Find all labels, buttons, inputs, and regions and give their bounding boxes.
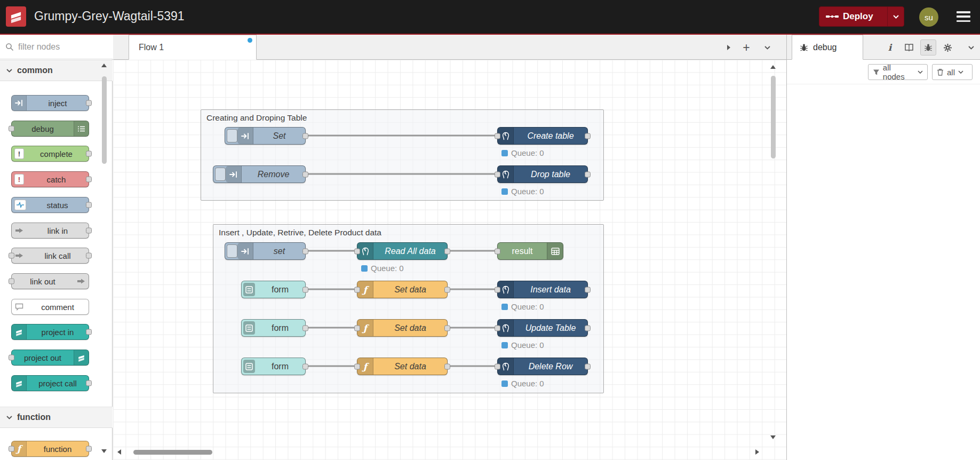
palette-scrollbar-thumb[interactable] — [102, 76, 107, 164]
canvas-scroll-down-icon[interactable] — [769, 433, 777, 441]
output-port[interactable] — [585, 325, 591, 331]
output-port[interactable] — [86, 253, 92, 259]
input-port[interactable] — [9, 446, 14, 452]
palette-category-function[interactable]: function — [0, 407, 113, 428]
output-port[interactable] — [444, 248, 450, 254]
node-inject-set-lower[interactable]: set — [225, 242, 306, 260]
node-postgres-update-table[interactable]: Update Table — [497, 319, 588, 337]
node-postgres-insert-data[interactable]: Insert data — [497, 281, 588, 298]
output-port[interactable] — [585, 287, 591, 292]
palette-node-catch[interactable]: ! catch — [11, 171, 89, 187]
inject-trigger-button[interactable] — [227, 244, 237, 258]
output-port[interactable] — [302, 325, 308, 331]
palette-node-status[interactable]: status — [11, 197, 89, 213]
input-port[interactable] — [9, 253, 14, 259]
node-postgres-create-table[interactable]: Create table — [497, 127, 588, 145]
output-port[interactable] — [86, 329, 92, 335]
palette-node-function[interactable]: ƒ function — [11, 441, 89, 457]
output-port[interactable] — [302, 363, 308, 369]
input-port[interactable] — [9, 279, 14, 284]
node-function-set-data-2[interactable]: ƒ Set data — [357, 319, 448, 337]
input-port[interactable] — [354, 248, 360, 254]
output-port[interactable] — [585, 133, 591, 139]
node-postgres-read-all-data[interactable]: Read All data — [357, 242, 448, 260]
node-postgres-drop-table[interactable]: Drop table — [497, 165, 588, 183]
flow-canvas[interactable]: Creating and Droping Table Insert , Upda… — [113, 60, 786, 460]
input-port[interactable] — [495, 325, 500, 331]
flow-list-button[interactable] — [721, 40, 736, 55]
node-function-set-data-3[interactable]: ƒ Set data — [357, 358, 448, 375]
debug-tab-button[interactable] — [920, 39, 936, 55]
output-port[interactable] — [585, 363, 591, 369]
add-flow-button[interactable]: + — [739, 40, 754, 55]
debug-clear-button[interactable]: all — [932, 64, 973, 80]
output-port[interactable] — [444, 287, 450, 292]
inject-trigger-button[interactable] — [215, 168, 226, 181]
node-form-insert[interactable]: form — [241, 281, 306, 298]
palette-node-link-in[interactable]: link in — [11, 223, 89, 239]
config-tab-button[interactable] — [939, 39, 955, 55]
output-port[interactable] — [302, 171, 308, 177]
tab-debug[interactable]: debug — [792, 35, 863, 60]
user-avatar[interactable]: su — [919, 7, 938, 27]
palette-node-link-call[interactable]: link call — [11, 248, 89, 264]
sidebar-menu-button[interactable] — [963, 39, 979, 55]
palette-scroll-down-icon[interactable] — [100, 447, 108, 455]
input-port[interactable] — [495, 133, 500, 139]
node-form-update[interactable]: form — [241, 319, 306, 337]
input-port[interactable] — [495, 363, 500, 369]
node-form-delete[interactable]: form — [241, 358, 306, 375]
canvas-scroll-left-icon[interactable] — [115, 448, 123, 456]
input-port[interactable] — [495, 248, 500, 254]
input-port[interactable] — [9, 355, 14, 361]
deploy-options-caret-icon[interactable] — [888, 15, 904, 19]
help-tab-button[interactable] — [901, 39, 917, 55]
output-port[interactable] — [444, 325, 450, 331]
info-tab-button[interactable]: i — [882, 39, 898, 55]
palette-category-common[interactable]: common — [0, 60, 113, 81]
output-port[interactable] — [86, 228, 92, 234]
canvas-scroll-right-icon[interactable] — [753, 448, 761, 456]
palette-node-link-out[interactable]: link out — [11, 273, 89, 289]
output-port[interactable] — [444, 363, 450, 369]
palette-node-inject[interactable]: inject — [11, 95, 89, 111]
output-port[interactable] — [86, 177, 92, 183]
output-port[interactable] — [86, 202, 92, 208]
palette-node-comment[interactable]: comment — [11, 299, 89, 315]
palette-scroll-up-icon[interactable] — [100, 61, 108, 69]
deploy-button[interactable]: Deploy — [819, 6, 904, 27]
palette-node-project-call[interactable]: project call — [11, 375, 89, 391]
node-inject-set[interactable]: Set — [225, 127, 306, 145]
canvas-scroll-up-icon[interactable] — [769, 63, 777, 70]
node-debug-result[interactable]: result — [497, 242, 563, 260]
output-port[interactable] — [302, 248, 308, 254]
input-port[interactable] — [495, 171, 500, 177]
tab-flow-1[interactable]: Flow 1 — [129, 35, 257, 60]
output-port[interactable] — [86, 100, 92, 106]
debug-filter-button[interactable]: all nodes — [868, 64, 928, 80]
output-port[interactable] — [86, 446, 92, 452]
main-menu-icon[interactable] — [957, 11, 970, 22]
output-port[interactable] — [585, 171, 591, 177]
node-postgres-delete-row[interactable]: Delete Row — [497, 358, 588, 375]
palette-node-debug[interactable]: debug — [11, 121, 89, 137]
canvas-vscrollbar-thumb[interactable] — [771, 76, 776, 158]
palette-node-complete[interactable]: ! complete — [11, 146, 89, 162]
output-port[interactable] — [86, 151, 92, 157]
input-port[interactable] — [495, 287, 500, 292]
canvas-hscrollbar-thumb[interactable] — [133, 450, 212, 455]
input-port[interactable] — [9, 126, 14, 132]
input-port[interactable] — [354, 325, 360, 331]
filter-nodes-input[interactable] — [18, 42, 98, 52]
input-port[interactable] — [354, 363, 360, 369]
inject-trigger-button[interactable] — [227, 129, 237, 142]
palette-node-project-out[interactable]: project out — [11, 350, 89, 366]
node-function-set-data-1[interactable]: ƒ Set data — [357, 281, 448, 298]
output-port[interactable] — [86, 380, 92, 386]
output-port[interactable] — [302, 287, 308, 292]
input-port[interactable] — [354, 287, 360, 292]
output-port[interactable] — [302, 133, 308, 139]
node-inject-remove[interactable]: Remove — [213, 165, 306, 183]
tab-menu-button[interactable] — [760, 40, 775, 55]
palette-node-project-in[interactable]: project in — [11, 324, 89, 340]
